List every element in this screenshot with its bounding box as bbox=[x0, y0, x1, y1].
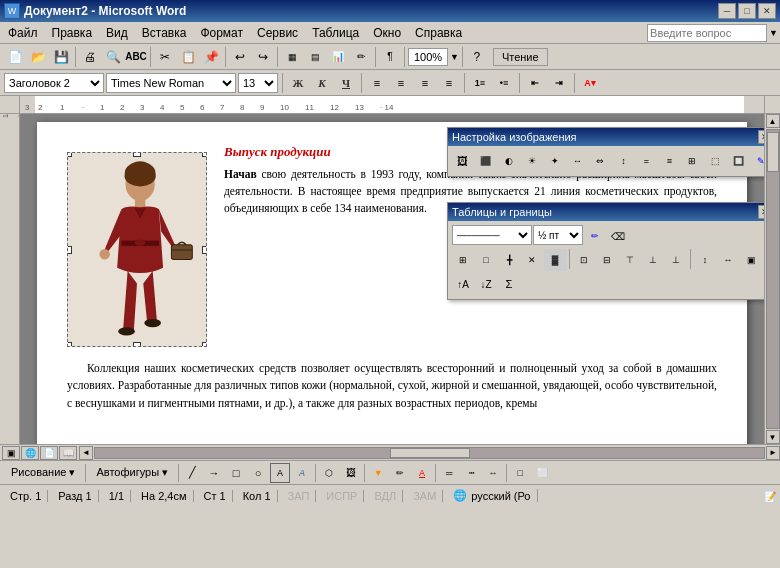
img-btn-9[interactable]: = bbox=[635, 150, 657, 172]
sort-desc-btn[interactable]: ↓Z bbox=[475, 273, 497, 295]
h-scroll-track[interactable] bbox=[94, 447, 765, 459]
img-btn-14[interactable]: ✎ bbox=[750, 150, 764, 172]
web-view-button[interactable]: 🌐 bbox=[21, 446, 39, 460]
handle-bottom-right[interactable] bbox=[202, 342, 207, 347]
format-button[interactable]: ¶ bbox=[379, 46, 401, 68]
diagram-tool[interactable]: ⬡ bbox=[319, 463, 339, 483]
sort-asc-btn[interactable]: ↑A bbox=[452, 273, 474, 295]
menu-file[interactable]: Файл bbox=[2, 24, 44, 42]
menu-window[interactable]: Окно bbox=[367, 24, 407, 42]
img-btn-2[interactable]: ⬛ bbox=[475, 150, 497, 172]
font-color-button[interactable]: A▾ bbox=[579, 73, 601, 93]
page-view-button[interactable]: 📄 bbox=[40, 446, 58, 460]
spell-button[interactable]: ABC bbox=[125, 46, 147, 68]
line-style-tool[interactable]: ═ bbox=[439, 463, 459, 483]
arrow-tool[interactable]: → bbox=[204, 463, 224, 483]
img-btn-7[interactable]: ⇔ bbox=[590, 150, 612, 172]
zoom-dropdown-icon[interactable]: ▼ bbox=[450, 52, 459, 62]
scroll-right-button[interactable]: ► bbox=[766, 446, 780, 460]
align-middle-btn[interactable]: ⊥ bbox=[642, 249, 664, 271]
autosum-btn[interactable]: Σ bbox=[498, 273, 520, 295]
bullets-button[interactable]: •≡ bbox=[493, 73, 515, 93]
font-select[interactable]: Times New Roman bbox=[106, 73, 236, 93]
shadow-tool[interactable]: □ bbox=[510, 463, 530, 483]
handle-bottom-middle[interactable] bbox=[133, 342, 141, 347]
scroll-down-button[interactable]: ▼ bbox=[766, 430, 780, 444]
menu-help[interactable]: Справка bbox=[409, 24, 468, 42]
img-btn-10[interactable]: ≡ bbox=[658, 150, 680, 172]
img-btn-3[interactable]: ◐ bbox=[498, 150, 520, 172]
redo-button[interactable]: ↪ bbox=[252, 46, 274, 68]
new-button[interactable]: 📄 bbox=[4, 46, 26, 68]
print-button[interactable]: 🖨 bbox=[79, 46, 101, 68]
preview-button[interactable]: 🔍 bbox=[102, 46, 124, 68]
drawing-button[interactable]: ✏ bbox=[350, 46, 372, 68]
scroll-track[interactable] bbox=[766, 129, 780, 429]
handle-top-left[interactable] bbox=[67, 152, 72, 157]
cut-button[interactable]: ✂ bbox=[154, 46, 176, 68]
img-btn-1[interactable]: 🖼 bbox=[452, 150, 474, 172]
maximize-button[interactable]: □ bbox=[738, 3, 756, 19]
italic-button[interactable]: К bbox=[311, 73, 333, 93]
img-btn-11[interactable]: ⊞ bbox=[681, 150, 703, 172]
indent-increase-button[interactable]: ⇥ bbox=[548, 73, 570, 93]
undo-button[interactable]: ↩ bbox=[229, 46, 251, 68]
image-wrapper[interactable] bbox=[67, 152, 212, 352]
handle-top-right[interactable] bbox=[202, 152, 207, 157]
fill-color-tool[interactable]: ▼ bbox=[368, 463, 388, 483]
menu-table[interactable]: Таблица bbox=[306, 24, 365, 42]
align-center-button[interactable]: ≡ bbox=[390, 73, 412, 93]
line-color-tool[interactable]: ✏ bbox=[390, 463, 410, 483]
justify-button[interactable]: ≡ bbox=[438, 73, 460, 93]
img-btn-6[interactable]: ↔ bbox=[567, 150, 589, 172]
line-tool[interactable]: ╱ bbox=[182, 463, 202, 483]
img-btn-4[interactable]: ☀ bbox=[521, 150, 543, 172]
merge-cells-btn[interactable]: ⊡ bbox=[573, 249, 595, 271]
img-btn-5[interactable]: ✦ bbox=[544, 150, 566, 172]
image-toolbar-title[interactable]: Настройка изображения ✕ bbox=[448, 128, 764, 146]
menu-insert[interactable]: Вставка bbox=[136, 24, 193, 42]
autoshapes-button[interactable]: Автофигуры ▾ bbox=[89, 464, 175, 481]
indent-decrease-button[interactable]: ⇤ bbox=[524, 73, 546, 93]
search-dropdown-icon[interactable]: ▼ bbox=[769, 28, 778, 38]
align-top-btn[interactable]: ⊤ bbox=[619, 249, 641, 271]
align-left-button[interactable]: ≡ bbox=[366, 73, 388, 93]
chart-button[interactable]: 📊 bbox=[327, 46, 349, 68]
distribute-rows-btn[interactable]: ↕ bbox=[694, 249, 716, 271]
h-scroll-thumb[interactable] bbox=[390, 448, 470, 458]
scroll-left-button[interactable]: ◄ bbox=[79, 446, 93, 460]
scroll-up-button[interactable]: ▲ bbox=[766, 114, 780, 128]
close-button[interactable]: ✕ bbox=[758, 3, 776, 19]
reading-view-button[interactable]: 📖 bbox=[59, 446, 77, 460]
open-button[interactable]: 📂 bbox=[27, 46, 49, 68]
style-select[interactable]: Заголовок 2 bbox=[4, 73, 104, 93]
align-bottom-btn[interactable]: ⊥ bbox=[665, 249, 687, 271]
tbl-toolbar-title[interactable]: Таблицы и границы ✕ bbox=[448, 203, 764, 221]
align-right-button[interactable]: ≡ bbox=[414, 73, 436, 93]
img-btn-12[interactable]: ⬚ bbox=[704, 150, 726, 172]
3d-tool[interactable]: ⬜ bbox=[532, 463, 552, 483]
oval-tool[interactable]: ○ bbox=[248, 463, 268, 483]
menu-service[interactable]: Сервис bbox=[251, 24, 304, 42]
border-no-btn[interactable]: ✕ bbox=[521, 249, 543, 271]
border-style-select[interactable]: ────── bbox=[452, 225, 532, 245]
normal-view-button[interactable]: ▣ bbox=[2, 446, 20, 460]
numbering-button[interactable]: 1≡ bbox=[469, 73, 491, 93]
copy-button[interactable]: 📋 bbox=[177, 46, 199, 68]
img-btn-8[interactable]: ↕ bbox=[612, 150, 634, 172]
menu-format[interactable]: Формат bbox=[194, 24, 249, 42]
font-color-tool[interactable]: A bbox=[412, 463, 432, 483]
eraser-btn[interactable]: ⌫ bbox=[607, 225, 629, 247]
handle-top-middle[interactable] bbox=[133, 152, 141, 157]
shade-btn[interactable]: ▓ bbox=[544, 249, 566, 271]
clip-art-tool[interactable]: 🖼 bbox=[341, 463, 361, 483]
save-button[interactable]: 💾 bbox=[50, 46, 72, 68]
paste-button[interactable]: 📌 bbox=[200, 46, 222, 68]
menu-view[interactable]: Вид bbox=[100, 24, 134, 42]
zoom-input[interactable] bbox=[408, 48, 448, 66]
search-input[interactable] bbox=[647, 24, 767, 42]
tbl-toolbar-close[interactable]: ✕ bbox=[758, 205, 764, 219]
arrow-style-tool[interactable]: ↔ bbox=[483, 463, 503, 483]
columns-button[interactable]: ▤ bbox=[304, 46, 326, 68]
menu-edit[interactable]: Правка bbox=[46, 24, 99, 42]
